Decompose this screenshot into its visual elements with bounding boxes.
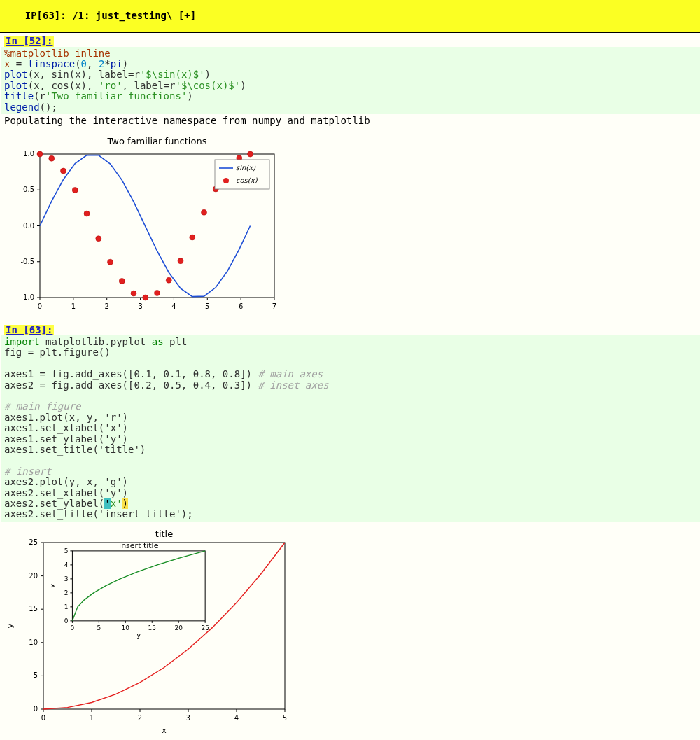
svg-text:y: y xyxy=(136,631,141,639)
svg-text:10: 10 xyxy=(29,638,38,646)
svg-text:5: 5 xyxy=(34,671,38,679)
svg-text:1: 1 xyxy=(90,714,94,722)
svg-text:3: 3 xyxy=(186,714,190,722)
svg-text:25: 25 xyxy=(201,624,209,631)
svg-point-40 xyxy=(178,258,183,264)
svg-text:15: 15 xyxy=(29,605,38,613)
svg-text:7: 7 xyxy=(272,302,276,310)
svg-text:Two familiar functions: Two familiar functions xyxy=(107,136,207,146)
tab-header-text: IP[63]: /1: just_testing\ [+] xyxy=(25,10,196,21)
svg-point-32 xyxy=(84,211,90,216)
cell2-output-chart: titlexy0123450510152025insert titleyx051… xyxy=(1,522,700,740)
svg-text:0: 0 xyxy=(41,714,46,722)
svg-text:cos(x): cos(x) xyxy=(236,176,258,184)
svg-point-28 xyxy=(37,151,43,157)
svg-point-38 xyxy=(155,291,160,296)
svg-text:25: 25 xyxy=(29,538,38,546)
svg-text:4: 4 xyxy=(172,302,176,310)
svg-text:1: 1 xyxy=(64,603,69,610)
svg-text:y: y xyxy=(6,623,15,628)
svg-point-31 xyxy=(72,188,78,193)
svg-point-35 xyxy=(119,279,125,284)
cell2-code[interactable]: import matplotlib.pyplot as plt fig = pl… xyxy=(1,335,700,522)
svg-text:0: 0 xyxy=(71,624,75,631)
svg-point-39 xyxy=(166,278,172,284)
svg-point-34 xyxy=(108,260,113,265)
cell1-code[interactable]: %matplotlib inline x = linspace(0, 2*pi)… xyxy=(1,47,700,114)
cursor: ' xyxy=(104,498,110,509)
svg-text:3: 3 xyxy=(64,575,69,582)
svg-point-30 xyxy=(61,168,66,174)
svg-point-29 xyxy=(49,156,55,162)
svg-point-50 xyxy=(223,178,229,183)
svg-text:4: 4 xyxy=(234,714,239,722)
svg-text:1: 1 xyxy=(71,302,76,310)
svg-text:x: x xyxy=(49,584,57,588)
tab-header: IP[63]: /1: just_testing\ [+] xyxy=(0,0,700,33)
svg-text:15: 15 xyxy=(148,624,156,631)
svg-text:insert title: insert title xyxy=(119,541,159,550)
svg-text:20: 20 xyxy=(174,624,183,631)
svg-text:sin(x): sin(x) xyxy=(236,164,256,172)
svg-text:4: 4 xyxy=(64,561,69,568)
svg-text:0: 0 xyxy=(34,705,38,713)
svg-text:3: 3 xyxy=(138,302,142,310)
cell1-output-chart: Two familiar functions01234567-1.0-0.50.… xyxy=(1,127,700,324)
svg-text:2: 2 xyxy=(64,589,69,596)
svg-text:5: 5 xyxy=(205,302,209,310)
cell1-prompt: In [52]: xyxy=(4,36,54,46)
svg-text:5: 5 xyxy=(64,547,69,554)
chart1-svg: Two familiar functions01234567-1.0-0.50.… xyxy=(1,133,281,315)
svg-point-46 xyxy=(248,151,253,157)
svg-text:5: 5 xyxy=(283,714,287,722)
svg-point-42 xyxy=(202,210,207,216)
cell1-stdout: Populating the interactive namespace fro… xyxy=(1,114,700,127)
svg-text:2: 2 xyxy=(138,714,142,722)
svg-text:0.5: 0.5 xyxy=(23,186,34,194)
svg-text:0: 0 xyxy=(38,302,42,310)
svg-text:x: x xyxy=(162,726,167,735)
svg-text:2: 2 xyxy=(105,302,109,310)
svg-text:1.0: 1.0 xyxy=(23,150,34,158)
svg-point-33 xyxy=(96,236,102,242)
svg-text:5: 5 xyxy=(97,624,101,631)
svg-point-36 xyxy=(131,291,136,296)
svg-point-41 xyxy=(190,235,195,240)
svg-text:0: 0 xyxy=(64,617,69,624)
cell2-prompt: In [63]: xyxy=(4,325,54,335)
svg-text:20: 20 xyxy=(29,571,38,579)
svg-text:-0.5: -0.5 xyxy=(20,258,34,265)
svg-text:title: title xyxy=(155,529,173,539)
svg-rect-80 xyxy=(72,551,205,621)
svg-text:10: 10 xyxy=(122,624,130,631)
svg-text:0.0: 0.0 xyxy=(23,222,34,230)
chart2-svg: titlexy0123450510152025insert titleyx051… xyxy=(1,527,295,737)
svg-point-37 xyxy=(143,295,148,300)
svg-text:6: 6 xyxy=(239,302,243,310)
svg-text:-1.0: -1.0 xyxy=(20,293,34,301)
notebook-buffer[interactable]: In [52]: %matplotlib inline x = linspace… xyxy=(0,33,700,740)
